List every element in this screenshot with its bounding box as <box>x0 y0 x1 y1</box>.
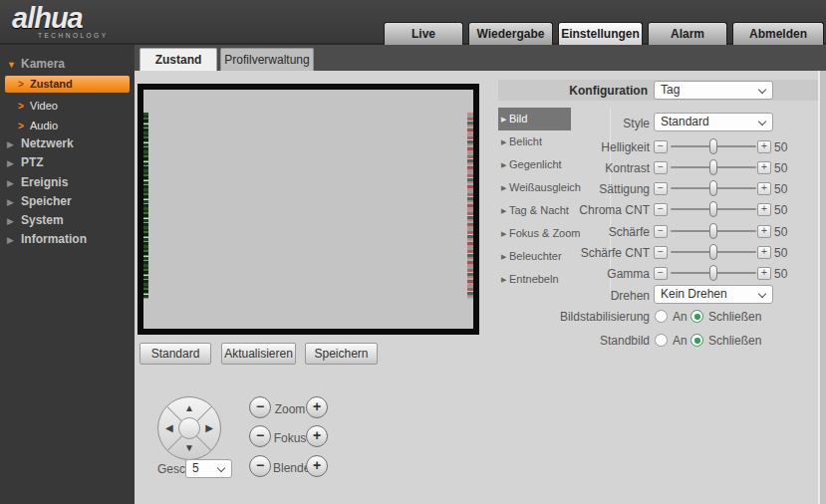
zoom-plus-button[interactable]: + <box>306 396 328 418</box>
slider-thumb[interactable] <box>709 265 717 281</box>
bildstabilisierung-label: Bildstabilisierung <box>498 310 650 324</box>
sidebar-item-information[interactable]: ▶Information <box>0 230 135 249</box>
expand-arrow-icon: ▶ <box>7 174 21 193</box>
fokus-minus-button[interactable]: − <box>249 425 271 447</box>
aktualisieren-button[interactable]: Aktualisieren <box>221 343 296 365</box>
minus-button[interactable]: − <box>654 203 668 216</box>
logo-sub-text: TECHNOLOGY <box>38 32 109 39</box>
minus-button[interactable]: − <box>654 140 668 153</box>
zoom-minus-button[interactable]: − <box>249 396 271 418</box>
slider-track[interactable] <box>671 140 756 153</box>
nav-einstellungen[interactable]: Einstellungen <box>558 22 643 45</box>
bildstabilisierung-an-radio[interactable] <box>655 310 668 323</box>
blende-minus-button[interactable]: − <box>249 455 271 477</box>
plus-button[interactable]: + <box>757 246 771 259</box>
nav-abmelden[interactable]: Abmelden <box>732 22 824 45</box>
slider-track[interactable] <box>671 182 756 195</box>
speed-value: 5 <box>192 461 199 475</box>
slider-track[interactable] <box>671 246 756 259</box>
minus-button[interactable]: − <box>654 182 668 195</box>
minus-button[interactable]: − <box>654 267 668 280</box>
minus-button[interactable]: − <box>654 225 668 238</box>
slider-label: Schärfe <box>498 225 650 239</box>
sidebar-item-video[interactable]: >Video <box>0 97 135 116</box>
sidebar-item-zustand[interactable]: >Zustand <box>0 75 135 94</box>
style-label: Style <box>498 117 650 130</box>
slider-thumb[interactable] <box>709 244 717 260</box>
nav-alarm[interactable]: Alarm <box>648 22 727 45</box>
ptz-pad[interactable]: ▲ ▼ ◀ ▶ <box>157 396 221 460</box>
slider-thumb[interactable] <box>709 159 717 175</box>
tab-profilverwaltung[interactable]: Profilverwaltung <box>220 48 314 71</box>
nav-wiedergabe[interactable]: Wiedergabe <box>468 22 553 45</box>
sidebar-item-audio[interactable]: >Audio <box>0 117 135 135</box>
sidebar-item-ptz[interactable]: ▶PTZ <box>0 153 135 172</box>
top-nav: Live Wiedergabe Einstellungen Alarm Abme… <box>379 22 824 45</box>
slider-value: 50 <box>774 246 787 260</box>
minus-button[interactable]: − <box>654 161 668 174</box>
standbild-an-radio[interactable] <box>655 334 668 347</box>
slider-value: 50 <box>774 203 787 217</box>
radio-option-label: Schließen <box>708 334 761 348</box>
style-select[interactable]: Standard <box>654 113 773 131</box>
minus-button[interactable]: − <box>654 246 668 259</box>
standbild-label: Standbild <box>498 334 650 348</box>
slider-thumb[interactable] <box>709 180 717 196</box>
slider-label: Helligkeit <box>498 140 650 154</box>
plus-button[interactable]: + <box>757 140 771 153</box>
nav-live[interactable]: Live <box>384 22 463 45</box>
arrow-up-icon[interactable]: ▲ <box>184 403 194 413</box>
radio-option-label: Schließen <box>708 310 761 324</box>
slider-thumb[interactable] <box>709 223 717 239</box>
header: alhua TECHNOLOGY Live Wiedergabe Einstel… <box>0 0 826 45</box>
plus-button[interactable]: + <box>757 182 771 195</box>
expand-arrow-icon: ▶ <box>7 193 21 212</box>
plus-button[interactable]: + <box>757 203 771 216</box>
slider-track[interactable] <box>671 267 756 280</box>
standbild-schliessen-radio[interactable] <box>690 334 703 347</box>
slider-thumb[interactable] <box>709 201 717 217</box>
settings-menu: ▶Bild ▶Belicht ▶Gegenlicht ▶Weißausgleic… <box>498 108 611 293</box>
radio-option-label: An <box>673 334 688 348</box>
sub-arrow-icon: > <box>18 117 30 135</box>
sidebar-item-netzwerk[interactable]: ▶Netzwerk <box>0 134 135 153</box>
style-value: Standard <box>661 115 709 128</box>
slider-thumb[interactable] <box>709 138 717 154</box>
plus-button[interactable]: + <box>757 267 771 280</box>
tab-zustand[interactable]: Zustand <box>139 48 217 71</box>
sub-arrow-icon: > <box>18 75 30 94</box>
blende-plus-button[interactable]: + <box>306 455 328 477</box>
speed-select[interactable]: 5 <box>185 459 232 478</box>
fokus-plus-button[interactable]: + <box>306 425 328 447</box>
page-right-margin <box>820 71 826 504</box>
video-preview[interactable] <box>138 84 479 335</box>
arrow-down-icon[interactable]: ▼ <box>184 443 194 453</box>
slider-track[interactable] <box>671 161 756 174</box>
drehen-value: Kein Drehen <box>661 287 727 301</box>
plus-button[interactable]: + <box>757 225 771 238</box>
expand-arrow-icon: ▶ <box>7 135 21 154</box>
sidebar-item-kamera[interactable]: ▼Kamera <box>0 55 135 74</box>
ptz-center-button[interactable] <box>178 417 200 439</box>
dahua-settings-page: alhua TECHNOLOGY Live Wiedergabe Einstel… <box>0 0 826 504</box>
slider-value: 50 <box>774 140 787 154</box>
sidebar-item-speicher[interactable]: ▶Speicher <box>0 192 135 211</box>
plus-button[interactable]: + <box>757 161 771 174</box>
slider-value: 50 <box>774 225 787 239</box>
slider-value: 50 <box>774 182 787 196</box>
arrow-left-icon[interactable]: ◀ <box>165 423 173 433</box>
slider-track[interactable] <box>671 225 756 238</box>
drehen-select[interactable]: Kein Drehen <box>654 285 773 304</box>
arrow-right-icon[interactable]: ▶ <box>205 423 213 433</box>
konfiguration-select[interactable]: Tag <box>654 81 773 100</box>
slider-value: 50 <box>774 267 787 281</box>
bildstabilisierung-schliessen-radio[interactable] <box>690 310 703 323</box>
speichern-button[interactable]: Speichern <box>305 343 378 365</box>
standard-button[interactable]: Standard <box>139 343 211 365</box>
dahua-logo: alhua TECHNOLOGY <box>12 2 109 39</box>
slider-track[interactable] <box>671 203 756 216</box>
logo-brand-text: alhua <box>12 2 83 34</box>
expand-arrow-icon: ▶ <box>7 154 21 173</box>
sidebar-item-ereignis[interactable]: ▶Ereignis <box>0 173 135 192</box>
sidebar-item-system[interactable]: ▶System <box>0 211 135 230</box>
